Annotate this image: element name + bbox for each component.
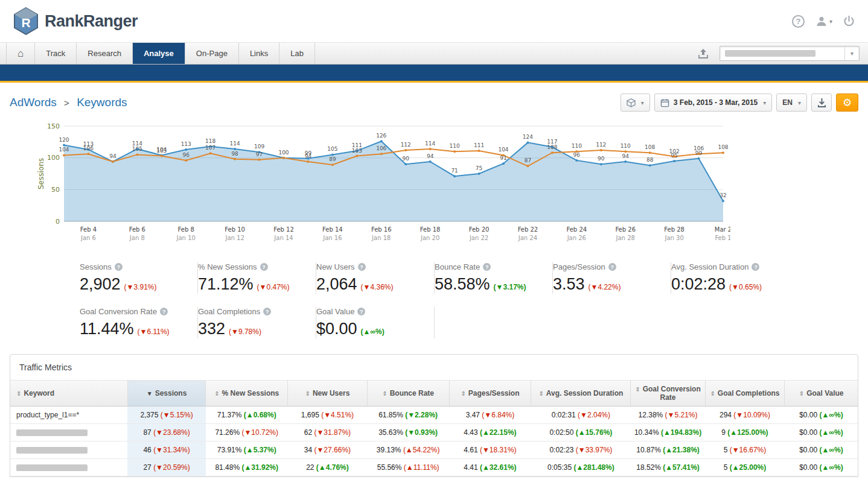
change-indicator: (▲57.41%)	[663, 463, 700, 472]
column-header-keyword[interactable]: ⇕Keyword	[10, 381, 127, 407]
cell-value: $0.00	[799, 411, 817, 419]
svg-text:Mar 2: Mar 2	[715, 226, 730, 233]
column-header-goal-value[interactable]: ⇕Goal Value	[785, 381, 858, 407]
metric-title-text: Goal Completions	[198, 307, 260, 316]
keyword-cell[interactable]: product_type_l1==*	[10, 407, 127, 424]
user-menu[interactable]: ▾	[815, 15, 832, 27]
sorted-desc-icon: ▼	[147, 390, 153, 397]
svg-text:Feb 4: Feb 4	[80, 226, 97, 233]
column-header-new-users[interactable]: ⇕New Users	[288, 381, 368, 407]
metric-cell: 1,695 (▼4.51%)	[288, 407, 368, 424]
help-badge-icon[interactable]: ?	[357, 308, 365, 315]
column-header-avg-session-duration[interactable]: ⇕Avg. Session Duration	[531, 381, 631, 407]
help-badge-icon[interactable]: ?	[358, 263, 366, 271]
share-button[interactable]	[698, 48, 710, 59]
table-header-row: ⇕Keyword▼Sessions⇕% New Sessions⇕New Use…	[10, 381, 858, 407]
metric-title: Goal Completions?	[198, 307, 307, 316]
cell-value: 55.56%	[377, 463, 402, 472]
svg-text:Jan 24: Jan 24	[518, 235, 537, 241]
metric-cell: 2,375 (▼5.15%)	[127, 407, 206, 424]
metric-cell: 61.85% (▼2.28%)	[367, 407, 449, 424]
help-badge-icon[interactable]: ?	[608, 263, 616, 271]
column-header-new-sessions[interactable]: ⇕% New Sessions	[206, 381, 288, 407]
settings-button[interactable]: ⚙	[836, 93, 858, 112]
metric-card-goal-value: Goal Value?$0.00(▲∞%)	[316, 307, 435, 338]
metric-cell: 71.26% (▼10.72%)	[206, 424, 288, 442]
tab-track[interactable]: Track	[35, 43, 77, 64]
dropdown-caret[interactable]: ▾	[844, 46, 859, 60]
language-dropdown[interactable]: EN ▾	[776, 93, 807, 112]
svg-text:Jan 28: Jan 28	[616, 235, 635, 241]
tab-analyse[interactable]: Analyse	[133, 43, 185, 64]
cell-value: 0:05:35	[547, 463, 572, 472]
svg-text:Jan 30: Jan 30	[664, 235, 683, 241]
svg-text:102: 102	[669, 148, 680, 154]
breadcrumb-page[interactable]: Keywords	[77, 96, 127, 109]
metric-title: Avg. Session Duration?	[671, 262, 781, 271]
tab-lab[interactable]: Lab	[279, 43, 315, 64]
date-range-picker[interactable]: 3 Feb, 2015 - 3 Mar, 2015 ▾	[654, 93, 772, 112]
keyword-cell[interactable]	[10, 442, 127, 459]
breadcrumb-section[interactable]: AdWords	[10, 96, 57, 109]
column-header-bounce-rate[interactable]: ⇕Bounce Rate	[367, 381, 449, 407]
view-type-dropdown[interactable]: ▾	[621, 93, 650, 112]
change-indicator: (▼10.72%)	[241, 428, 278, 437]
svg-text:Feb 22: Feb 22	[518, 226, 538, 233]
svg-text:100: 100	[47, 154, 60, 162]
keyword-cell[interactable]	[10, 424, 127, 442]
change-indicator: (▼5.15%)	[161, 411, 193, 419]
svg-text:Jan 6: Jan 6	[80, 235, 96, 241]
metric-cell: 22 (▲4.76%)	[288, 459, 368, 476]
help-icon[interactable]: ?	[792, 15, 805, 28]
table-body: product_type_l1==*2,375 (▼5.15%)71.37% (…	[10, 407, 858, 476]
cell-value: 4.41	[464, 463, 477, 472]
brand-logo[interactable]: R RankRanger	[13, 7, 138, 35]
column-header-goal-conversion-rate[interactable]: ⇕Goal Conversion Rate	[631, 381, 705, 407]
report-selector-dropdown[interactable]: ▾	[720, 46, 860, 61]
svg-text:108: 108	[547, 144, 557, 150]
change-indicator: (▼0.93%)	[405, 428, 438, 437]
change-indicator: (▼0.47%)	[257, 283, 290, 291]
svg-text:109: 109	[254, 144, 264, 150]
help-badge-icon[interactable]: ?	[115, 263, 123, 271]
brand-name-part1: Rank	[45, 12, 83, 30]
help-badge-icon[interactable]: ?	[752, 263, 759, 271]
metric-title: Bounce Rate?	[435, 262, 544, 271]
logout-button[interactable]	[843, 16, 855, 27]
download-button[interactable]	[811, 93, 832, 112]
tab-home[interactable]: ⌂	[6, 43, 35, 64]
redacted-keyword	[16, 464, 88, 471]
column-header-goal-completions[interactable]: ⇕Goal Completions	[705, 381, 785, 407]
svg-text:97: 97	[256, 151, 263, 157]
help-badge-icon[interactable]: ?	[260, 263, 268, 271]
metric-cell: 39.13% (▲54.22%)	[367, 442, 449, 459]
svg-text:103: 103	[156, 148, 167, 154]
tab-links[interactable]: Links	[239, 43, 279, 64]
svg-text:98: 98	[231, 151, 238, 157]
change-indicator: (▼3.91%)	[124, 283, 157, 291]
change-indicator: (▼27.66%)	[314, 446, 351, 454]
metric-cell: 3.47 (▼6.84%)	[449, 407, 531, 424]
change-indicator: (▲∞%)	[820, 411, 843, 419]
column-header-pages-session[interactable]: ⇕Pages/Session	[449, 381, 531, 407]
tab-research[interactable]: Research	[77, 43, 133, 64]
change-indicator: (▲22.15%)	[480, 428, 517, 437]
keyword-cell[interactable]	[10, 459, 127, 476]
metric-value: 3.53(▼4.22%)	[553, 275, 662, 294]
metric-number: 0:02:28	[671, 275, 726, 294]
help-badge-icon[interactable]: ?	[263, 308, 271, 315]
help-badge-icon[interactable]: ?	[483, 263, 491, 271]
svg-text:Feb 12: Feb 12	[273, 226, 294, 233]
table-title: Traffic Metrics	[10, 355, 858, 381]
tab-on-page[interactable]: On-Page	[185, 43, 239, 64]
change-indicator: (▼16.67%)	[730, 446, 767, 454]
cell-value: 4.61	[464, 446, 477, 454]
column-header-sessions[interactable]: ▼Sessions	[127, 381, 206, 407]
cell-value: 71.26%	[215, 428, 240, 437]
svg-text:94: 94	[305, 153, 312, 159]
cell-value: 10.34%	[634, 428, 659, 437]
svg-text:94: 94	[427, 153, 434, 159]
help-badge-icon[interactable]: ?	[160, 308, 168, 315]
svg-text:90: 90	[598, 156, 605, 162]
svg-text:75: 75	[476, 165, 482, 171]
